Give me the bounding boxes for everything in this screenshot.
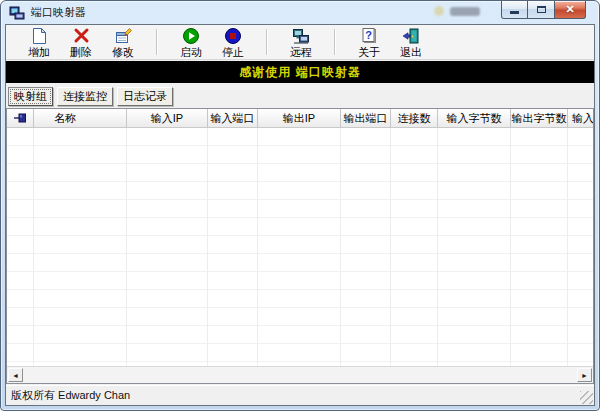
body-column bbox=[208, 128, 258, 366]
window-controls: ✕ bbox=[501, 1, 586, 19]
column-header-input-port[interactable]: 输入端口 bbox=[208, 109, 258, 127]
column-header-input-ip[interactable]: 输入IP bbox=[127, 109, 208, 127]
column-header-output-port[interactable]: 输出端口 bbox=[341, 109, 391, 127]
body-column bbox=[34, 128, 127, 366]
app-icon bbox=[9, 5, 25, 21]
delete-button[interactable]: 删除 bbox=[60, 26, 102, 59]
maximize-icon bbox=[537, 6, 546, 13]
tab-bar: 映射组 连接监控 日志记录 bbox=[8, 87, 173, 106]
remote-button-label: 远程 bbox=[290, 46, 312, 58]
column-header-output-bytes[interactable]: 输出字节数 bbox=[511, 109, 568, 127]
tab-mapping-group[interactable]: 映射组 bbox=[8, 87, 53, 106]
scroll-left-button[interactable]: ◄ bbox=[8, 368, 23, 382]
start-button[interactable]: 启动 bbox=[170, 26, 212, 59]
svg-text:?: ? bbox=[365, 29, 372, 41]
body-column bbox=[7, 128, 34, 366]
pin-icon bbox=[13, 112, 27, 124]
maximize-button[interactable] bbox=[528, 1, 554, 19]
add-document-icon bbox=[29, 26, 49, 45]
minimize-icon bbox=[510, 11, 519, 14]
column-header-name[interactable]: 名称 bbox=[34, 109, 127, 127]
banner: 感谢使用 端口映射器 bbox=[6, 61, 594, 83]
minimize-button[interactable] bbox=[501, 1, 528, 19]
body-column bbox=[438, 128, 511, 366]
stop-icon bbox=[223, 26, 243, 45]
scroll-right-button[interactable]: ► bbox=[577, 368, 592, 382]
start-icon bbox=[181, 26, 201, 45]
body-column bbox=[127, 128, 208, 366]
start-button-label: 启动 bbox=[180, 46, 202, 58]
mapping-table: 名称 输入IP 输入端口 输出IP 输出端口 连接数 输入字节数 输出字节数 输… bbox=[6, 108, 594, 384]
column-header-connections[interactable]: 连接数 bbox=[391, 109, 438, 127]
banner-text: 感谢使用 端口映射器 bbox=[239, 65, 360, 79]
column-header-output-ip[interactable]: 输出IP bbox=[258, 109, 341, 127]
client-area: 增加 删除 bbox=[5, 24, 595, 406]
resize-grip[interactable] bbox=[580, 391, 593, 404]
titlebar[interactable]: 端口映射器 ✕ bbox=[1, 1, 599, 24]
column-header-pin[interactable] bbox=[7, 109, 34, 127]
status-bar: 版权所有 Edwardy Chan bbox=[6, 385, 594, 405]
exit-icon bbox=[401, 26, 421, 45]
table-header: 名称 输入IP 输入端口 输出IP 输出端口 连接数 输入字节数 输出字节数 输… bbox=[7, 109, 593, 128]
modify-button-label: 修改 bbox=[112, 46, 134, 58]
exit-button-label: 退出 bbox=[400, 46, 422, 58]
toolbar-separator bbox=[266, 29, 268, 55]
scroll-left-icon: ◄ bbox=[12, 372, 19, 379]
copyright-text: 版权所有 Edwardy Chan bbox=[11, 389, 130, 401]
close-icon: ✕ bbox=[565, 3, 574, 16]
scrollbar-track[interactable] bbox=[23, 368, 577, 382]
modify-button[interactable]: 修改 bbox=[102, 26, 144, 59]
add-button[interactable]: 增加 bbox=[18, 26, 60, 59]
toolbar: 增加 删除 bbox=[6, 25, 594, 60]
horizontal-scrollbar[interactable]: ◄ ► bbox=[7, 366, 593, 383]
body-column bbox=[341, 128, 391, 366]
about-button[interactable]: ? 关于 bbox=[348, 26, 390, 59]
about-icon: ? bbox=[359, 26, 379, 45]
stop-button-label: 停止 bbox=[222, 46, 244, 58]
exit-button[interactable]: 退出 bbox=[390, 26, 432, 59]
about-button-label: 关于 bbox=[358, 46, 380, 58]
close-button[interactable]: ✕ bbox=[554, 1, 586, 19]
remote-button[interactable]: 远程 bbox=[280, 26, 322, 59]
app-window: 端口映射器 ✕ 增加 bbox=[0, 0, 600, 411]
body-column bbox=[511, 128, 568, 366]
delete-button-label: 删除 bbox=[70, 46, 92, 58]
mapping-list[interactable] bbox=[7, 128, 593, 366]
window-title: 端口映射器 bbox=[31, 5, 86, 20]
toolbar-separator bbox=[334, 29, 336, 55]
delete-icon bbox=[71, 26, 91, 45]
body-column bbox=[391, 128, 438, 366]
watermark bbox=[434, 6, 480, 16]
body-column bbox=[258, 128, 341, 366]
column-header-input-bytes[interactable]: 输入字节数 bbox=[438, 109, 511, 127]
tab-log[interactable]: 日志记录 bbox=[117, 87, 173, 106]
remote-icon bbox=[291, 26, 311, 45]
stop-button[interactable]: 停止 bbox=[212, 26, 254, 59]
scroll-right-icon: ► bbox=[581, 372, 588, 379]
toolbar-separator bbox=[156, 29, 158, 55]
modify-icon bbox=[113, 26, 133, 45]
column-header-truncated[interactable]: 输入 bbox=[568, 109, 593, 127]
add-button-label: 增加 bbox=[28, 46, 50, 58]
tab-connection-monitor[interactable]: 连接监控 bbox=[57, 87, 113, 106]
